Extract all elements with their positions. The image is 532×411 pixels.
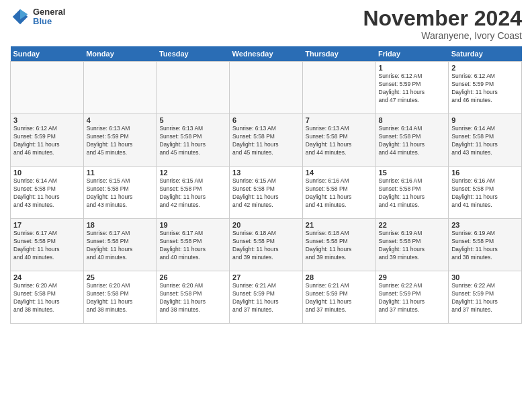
day-number: 24: [13, 273, 81, 281]
calendar-cell: 5Sunrise: 6:13 AMSunset: 5:58 PMDaylight…: [157, 114, 230, 167]
day-info: Sunrise: 6:15 AMSunset: 5:58 PMDaylight:…: [159, 177, 226, 210]
calendar-cell: [230, 62, 303, 114]
calendar-cell: 22Sunrise: 6:19 AMSunset: 5:58 PMDayligh…: [375, 219, 449, 271]
day-info: Sunrise: 6:22 AMSunset: 5:59 PMDaylight:…: [451, 282, 519, 314]
calendar-header-monday: Monday: [83, 46, 157, 62]
calendar-row-4: 17Sunrise: 6:17 AMSunset: 5:58 PMDayligh…: [11, 219, 522, 271]
day-number: 20: [232, 221, 300, 229]
day-number: 18: [87, 221, 154, 229]
day-number: 19: [159, 221, 226, 229]
day-number: 22: [379, 221, 446, 229]
calendar-table: SundayMondayTuesdayWednesdayThursdayFrid…: [10, 46, 522, 324]
day-number: 30: [451, 273, 519, 281]
day-number: 9: [451, 116, 519, 124]
calendar-cell: 26Sunrise: 6:20 AMSunset: 5:58 PMDayligh…: [157, 271, 230, 324]
calendar-cell: [157, 62, 230, 114]
day-number: 17: [13, 221, 81, 229]
day-number: 2: [451, 64, 519, 72]
calendar-cell: 16Sunrise: 6:16 AMSunset: 5:58 PMDayligh…: [449, 167, 522, 219]
calendar-cell: 24Sunrise: 6:20 AMSunset: 5:58 PMDayligh…: [11, 271, 84, 324]
calendar-cell: 8Sunrise: 6:14 AMSunset: 5:58 PMDaylight…: [375, 114, 449, 167]
day-number: 27: [232, 273, 300, 281]
calendar-cell: 25Sunrise: 6:20 AMSunset: 5:58 PMDayligh…: [83, 271, 157, 324]
calendar-cell: 10Sunrise: 6:14 AMSunset: 5:58 PMDayligh…: [11, 167, 84, 219]
calendar-cell: 12Sunrise: 6:15 AMSunset: 5:58 PMDayligh…: [157, 167, 230, 219]
calendar-row-2: 3Sunrise: 6:12 AMSunset: 5:59 PMDaylight…: [11, 114, 522, 167]
calendar-cell: 27Sunrise: 6:21 AMSunset: 5:59 PMDayligh…: [230, 271, 303, 324]
day-info: Sunrise: 6:15 AMSunset: 5:58 PMDaylight:…: [87, 177, 154, 210]
calendar-cell: 7Sunrise: 6:13 AMSunset: 5:58 PMDaylight…: [302, 114, 375, 167]
day-info: Sunrise: 6:22 AMSunset: 5:59 PMDaylight:…: [379, 282, 446, 314]
day-number: 10: [13, 169, 81, 177]
day-number: 14: [306, 169, 373, 177]
calendar-header-friday: Friday: [375, 46, 449, 62]
day-info: Sunrise: 6:19 AMSunset: 5:58 PMDaylight:…: [451, 230, 519, 262]
day-info: Sunrise: 6:12 AMSunset: 5:59 PMDaylight:…: [13, 125, 81, 157]
day-number: 26: [159, 273, 226, 281]
calendar-cell: 19Sunrise: 6:17 AMSunset: 5:58 PMDayligh…: [157, 219, 230, 271]
calendar-header-tuesday: Tuesday: [157, 46, 230, 62]
calendar-cell: [302, 62, 375, 114]
calendar-cell: 21Sunrise: 6:18 AMSunset: 5:58 PMDayligh…: [302, 219, 375, 271]
day-info: Sunrise: 6:16 AMSunset: 5:58 PMDaylight:…: [379, 177, 446, 210]
calendar-cell: 17Sunrise: 6:17 AMSunset: 5:58 PMDayligh…: [11, 219, 84, 271]
calendar-cell: 9Sunrise: 6:14 AMSunset: 5:58 PMDaylight…: [449, 114, 522, 167]
day-info: Sunrise: 6:20 AMSunset: 5:58 PMDaylight:…: [13, 282, 81, 314]
calendar-cell: 23Sunrise: 6:19 AMSunset: 5:58 PMDayligh…: [449, 219, 522, 271]
day-info: Sunrise: 6:18 AMSunset: 5:58 PMDaylight:…: [232, 230, 300, 262]
day-number: 5: [159, 116, 226, 124]
calendar-cell: 29Sunrise: 6:22 AMSunset: 5:59 PMDayligh…: [375, 271, 449, 324]
day-info: Sunrise: 6:12 AMSunset: 5:59 PMDaylight:…: [451, 73, 519, 105]
day-info: Sunrise: 6:14 AMSunset: 5:58 PMDaylight:…: [379, 125, 446, 157]
day-number: 7: [306, 116, 373, 124]
location-subtitle: Waranyene, Ivory Coast: [363, 30, 522, 41]
day-info: Sunrise: 6:14 AMSunset: 5:58 PMDaylight:…: [451, 125, 519, 157]
day-info: Sunrise: 6:21 AMSunset: 5:59 PMDaylight:…: [232, 282, 300, 314]
page: General Blue November 2024 Waranyene, Iv…: [0, 0, 532, 411]
calendar-cell: 14Sunrise: 6:16 AMSunset: 5:58 PMDayligh…: [302, 167, 375, 219]
day-info: Sunrise: 6:16 AMSunset: 5:58 PMDaylight:…: [451, 177, 519, 210]
calendar-cell: 15Sunrise: 6:16 AMSunset: 5:58 PMDayligh…: [375, 167, 449, 219]
day-info: Sunrise: 6:16 AMSunset: 5:58 PMDaylight:…: [306, 177, 373, 210]
title-section: November 2024 Waranyene, Ivory Coast: [363, 7, 522, 41]
day-info: Sunrise: 6:13 AMSunset: 5:58 PMDaylight:…: [306, 125, 373, 157]
day-number: 16: [451, 169, 519, 177]
day-info: Sunrise: 6:21 AMSunset: 5:59 PMDaylight:…: [306, 282, 373, 314]
header: General Blue November 2024 Waranyene, Iv…: [10, 7, 522, 41]
day-number: 13: [232, 169, 300, 177]
day-info: Sunrise: 6:17 AMSunset: 5:58 PMDaylight:…: [87, 230, 154, 262]
day-info: Sunrise: 6:13 AMSunset: 5:58 PMDaylight:…: [232, 125, 300, 157]
calendar-header-thursday: Thursday: [302, 46, 375, 62]
calendar-cell: 18Sunrise: 6:17 AMSunset: 5:58 PMDayligh…: [83, 219, 157, 271]
day-info: Sunrise: 6:13 AMSunset: 5:59 PMDaylight:…: [87, 125, 154, 157]
calendar-header-row: SundayMondayTuesdayWednesdayThursdayFrid…: [11, 46, 522, 62]
calendar-header-saturday: Saturday: [449, 46, 522, 62]
day-info: Sunrise: 6:17 AMSunset: 5:58 PMDaylight:…: [13, 230, 81, 262]
calendar-row-5: 24Sunrise: 6:20 AMSunset: 5:58 PMDayligh…: [11, 271, 522, 324]
day-number: 3: [13, 116, 81, 124]
day-info: Sunrise: 6:17 AMSunset: 5:58 PMDaylight:…: [159, 230, 226, 262]
day-number: 23: [451, 221, 519, 229]
calendar-header-wednesday: Wednesday: [230, 46, 303, 62]
month-title: November 2024: [363, 7, 522, 30]
day-info: Sunrise: 6:20 AMSunset: 5:58 PMDaylight:…: [159, 282, 226, 314]
day-number: 4: [87, 116, 154, 124]
logo-icon: [10, 7, 30, 27]
day-number: 25: [87, 273, 154, 281]
calendar-row-1: 1Sunrise: 6:12 AMSunset: 5:59 PMDaylight…: [11, 62, 522, 114]
calendar-cell: [11, 62, 84, 114]
day-number: 1: [379, 64, 446, 72]
day-number: 29: [379, 273, 446, 281]
calendar-cell: 11Sunrise: 6:15 AMSunset: 5:58 PMDayligh…: [83, 167, 157, 219]
day-info: Sunrise: 6:12 AMSunset: 5:59 PMDaylight:…: [379, 73, 446, 105]
logo-text: General Blue: [33, 7, 65, 27]
calendar-cell: 20Sunrise: 6:18 AMSunset: 5:58 PMDayligh…: [230, 219, 303, 271]
day-number: 11: [87, 169, 154, 177]
calendar-cell: 1Sunrise: 6:12 AMSunset: 5:59 PMDaylight…: [375, 62, 449, 114]
day-info: Sunrise: 6:19 AMSunset: 5:58 PMDaylight:…: [379, 230, 446, 262]
calendar-row-3: 10Sunrise: 6:14 AMSunset: 5:58 PMDayligh…: [11, 167, 522, 219]
calendar-cell: 13Sunrise: 6:15 AMSunset: 5:58 PMDayligh…: [230, 167, 303, 219]
day-number: 6: [232, 116, 300, 124]
day-number: 28: [306, 273, 373, 281]
day-number: 21: [306, 221, 373, 229]
